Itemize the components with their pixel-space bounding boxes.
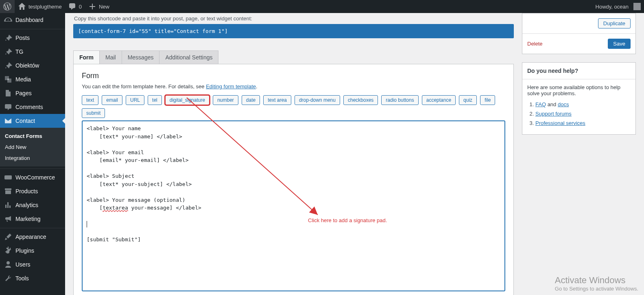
svg-rect-0: [4, 175, 12, 179]
tab-form[interactable]: Form: [73, 50, 100, 64]
save-postbox: Duplicate Delete Save: [522, 13, 636, 54]
sidebar-item-obiektów[interactable]: Obiektów: [0, 59, 65, 72]
tag-button-checkboxes[interactable]: checkboxes: [343, 95, 378, 105]
tag-button-tel[interactable]: tel: [148, 95, 162, 105]
brush-icon: [4, 233, 12, 241]
submenu-item-add-new[interactable]: Add New: [0, 142, 65, 153]
megaphone-icon: [4, 215, 12, 223]
page-icon: [4, 89, 12, 97]
sidebar-item-users[interactable]: Users: [0, 258, 65, 271]
help-item: Professional services: [535, 120, 631, 126]
sidebar-item-analytics[interactable]: Analytics: [0, 198, 65, 212]
sidebar-item-tools[interactable]: Tools: [0, 271, 65, 285]
tag-button-drop-down-menu[interactable]: drop-down menu: [295, 95, 340, 105]
shortcode-box[interactable]: [contact-form-7 id="55" title="Contact f…: [73, 24, 514, 38]
help-postbox: Do you need help? Here are some availabl…: [522, 62, 636, 135]
mail-icon: [4, 117, 12, 125]
plug-icon: [4, 247, 12, 255]
comment-icon: [4, 103, 12, 111]
comments-link[interactable]: 0: [65, 0, 85, 13]
tag-generator-buttons: textemailURLteldigital_signaturenumberda…: [82, 95, 505, 118]
sidebar-item-media[interactable]: Media: [0, 72, 65, 86]
help-title: Do you need help?: [522, 63, 635, 79]
comment-icon: [68, 2, 76, 11]
tag-button-radio-buttons[interactable]: radio buttons: [381, 95, 418, 105]
howdy-text: Howdy, ocean: [596, 4, 629, 10]
woo-icon: [4, 173, 12, 181]
sidebar-item-plugins[interactable]: Plugins: [0, 244, 65, 258]
help-link[interactable]: FAQ: [535, 101, 546, 107]
site-name: testplugtheme: [28, 4, 62, 10]
home-icon: [18, 2, 26, 11]
help-link[interactable]: Professional services: [535, 120, 585, 126]
plus-icon: [88, 2, 96, 11]
tag-button-quiz[interactable]: quiz: [459, 95, 477, 105]
site-link[interactable]: testplugtheme: [15, 0, 65, 13]
form-desc: You can edit the form template here. For…: [82, 83, 505, 90]
sidebar-item-tg[interactable]: TG: [0, 45, 65, 59]
tag-button-submit[interactable]: submit: [82, 108, 105, 118]
sidebar-item-appearance[interactable]: Appearance: [0, 230, 65, 244]
tag-button-number[interactable]: number: [213, 95, 238, 105]
help-item: FAQ and docs: [535, 101, 631, 107]
sidebar-item-pages[interactable]: Pages: [0, 86, 65, 100]
analytics-icon: [4, 201, 12, 209]
archive-icon: [4, 187, 12, 195]
tag-button-text[interactable]: text: [82, 95, 98, 105]
sidebar-item-contact[interactable]: Contact: [0, 114, 65, 128]
submenu-item-contact-forms[interactable]: Contact Forms: [0, 131, 65, 142]
tool-icon: [4, 274, 12, 282]
form-panel: Form You can edit the form template here…: [73, 64, 514, 295]
dashboard-icon: [4, 16, 12, 24]
panel-heading: Form: [82, 72, 505, 80]
help-list: FAQ and docsSupport forumsProfessional s…: [527, 101, 631, 126]
new-label: New: [99, 4, 109, 10]
sidebar-item-woocommerce[interactable]: WooCommerce: [0, 170, 65, 184]
pin-icon: [4, 61, 12, 70]
avatar-icon: [633, 3, 641, 10]
tag-button-file[interactable]: file: [480, 95, 495, 105]
form-code-editor[interactable]: <label> Your name [text* your-name] </la…: [82, 120, 505, 291]
duplicate-button[interactable]: Duplicate: [598, 18, 631, 28]
save-button[interactable]: Save: [608, 39, 631, 49]
tab-messages[interactable]: Messages: [122, 50, 160, 64]
help-intro: Here are some available options to help …: [527, 84, 631, 96]
sidebar-item-comments[interactable]: Comments: [0, 100, 65, 114]
new-link[interactable]: New: [85, 0, 113, 13]
tag-button-email[interactable]: email: [102, 95, 122, 105]
editing-template-link[interactable]: Editing form template: [206, 83, 256, 90]
sidebar-item-products[interactable]: Products: [0, 184, 65, 198]
tag-button-digital-signature[interactable]: digital_signature: [165, 95, 210, 105]
tab-additional-settings[interactable]: Additional Settings: [159, 50, 218, 64]
user-icon: [4, 260, 12, 269]
help-item: Support forums: [535, 111, 631, 117]
tag-button-acceptance[interactable]: acceptance: [422, 95, 456, 105]
tag-button-date[interactable]: date: [242, 95, 260, 105]
sidebar-item-marketing[interactable]: Marketing: [0, 212, 65, 226]
media-icon: [4, 75, 12, 83]
sidebar-item-dashboard[interactable]: Dashboard: [0, 13, 65, 27]
tab-mail[interactable]: Mail: [99, 50, 122, 64]
help-link[interactable]: docs: [558, 101, 569, 107]
howdy[interactable]: Howdy, ocean: [592, 0, 644, 13]
submenu-item-integration[interactable]: Integration: [0, 153, 65, 164]
content-area: Copy this shortcode and paste it into yo…: [65, 13, 644, 295]
help-link[interactable]: Support forums: [535, 111, 572, 117]
wp-logo[interactable]: [0, 0, 15, 13]
pin-icon: [4, 48, 12, 56]
tag-button-URL[interactable]: URL: [126, 95, 144, 105]
admin-toolbar: testplugtheme 0 New Howdy, ocean: [0, 0, 644, 13]
comments-count: 0: [79, 4, 82, 10]
delete-link[interactable]: Delete: [527, 41, 543, 47]
tab-list: FormMailMessagesAdditional Settings: [73, 50, 514, 64]
admin-sidebar: DashboardPostsTGObiektówMediaPagesCommen…: [0, 13, 65, 295]
wordpress-icon: [3, 2, 11, 11]
sidebar-item-posts[interactable]: Posts: [0, 31, 65, 45]
tag-button-text-area[interactable]: text area: [263, 95, 291, 105]
pin-icon: [4, 34, 12, 42]
shortcode-hint: Copy this shortcode and paste it into yo…: [73, 13, 514, 24]
